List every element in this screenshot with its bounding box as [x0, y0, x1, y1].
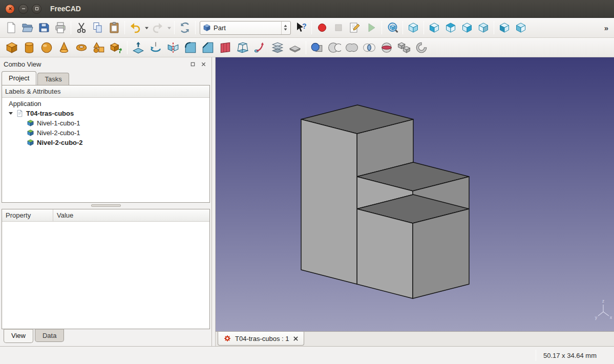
whats-this-icon: ?	[295, 22, 307, 34]
part-cross-sections-button[interactable]	[269, 39, 286, 56]
part-shapebuilder-icon	[110, 41, 123, 54]
part-ruled-surface-button[interactable]	[217, 39, 234, 56]
value-column-header[interactable]: Value	[53, 209, 209, 221]
float-icon	[190, 61, 196, 67]
copy-button[interactable]	[90, 19, 106, 36]
document-tab-bar: T04-tras-cubos : 1	[216, 331, 614, 346]
part-shapebuilder-button[interactable]	[108, 39, 125, 56]
part-torus-button[interactable]	[73, 39, 90, 56]
view-top-button[interactable]	[442, 19, 459, 36]
view-axonometric-button[interactable]	[405, 19, 421, 36]
panel-title: Combo View	[4, 60, 186, 68]
property-editor: Property Value	[2, 209, 210, 329]
part-box-button[interactable]	[3, 39, 20, 56]
workbench-cube-icon	[203, 24, 211, 32]
workbench-selector[interactable]: Part	[200, 21, 291, 35]
minimize-button[interactable]	[18, 4, 28, 14]
panel-splitter[interactable]	[0, 203, 211, 209]
part-primitives-icon	[92, 41, 105, 54]
view-front-button[interactable]	[426, 19, 442, 36]
maximize-button[interactable]	[32, 4, 41, 14]
3d-scene[interactable]: z y x	[216, 57, 614, 331]
part-revolve-button[interactable]	[147, 39, 164, 56]
part-loft-button[interactable]	[234, 39, 251, 56]
statusbar-separator	[536, 350, 536, 361]
close-panel-button[interactable]	[199, 60, 208, 69]
part-section-icon	[380, 41, 393, 54]
column-front-face[interactable]	[301, 119, 357, 284]
cut-icon	[75, 22, 88, 34]
part-sphere-button[interactable]	[38, 39, 55, 56]
macro-record-icon	[316, 22, 328, 34]
float-panel-button[interactable]	[188, 60, 197, 69]
new-document-button[interactable]	[3, 19, 19, 36]
close-tab-icon[interactable]	[293, 336, 299, 341]
tree-column-header[interactable]: Labels & Attributes	[2, 85, 209, 98]
lower-cube-front-face[interactable]	[357, 209, 413, 298]
part-chamfer-button[interactable]	[199, 39, 217, 56]
tab-tasks[interactable]: Tasks	[37, 73, 69, 85]
3d-scene-svg[interactable]: z y x	[216, 57, 614, 331]
property-editor-tabs: View Data	[0, 329, 211, 346]
redo-dropdown-button[interactable]	[166, 19, 172, 36]
expander-icon[interactable]	[9, 112, 13, 115]
view-rear-button[interactable]	[475, 19, 492, 36]
property-column-header[interactable]: Property	[2, 209, 53, 221]
tree-row[interactable]: T04-tras-cubos	[2, 109, 209, 118]
part-c-cut-button[interactable]	[326, 39, 343, 56]
part-mirror-button[interactable]	[164, 39, 182, 56]
open-button[interactable]	[19, 19, 36, 36]
part-fillet-button[interactable]	[182, 39, 199, 56]
redo-button[interactable]	[150, 19, 166, 36]
view-right-button[interactable]	[459, 19, 475, 36]
tab-data[interactable]: Data	[35, 329, 64, 342]
part-thickness-button[interactable]	[413, 39, 430, 56]
toolbar-overflow-button[interactable]: »	[602, 24, 611, 32]
lower-cube-right-face[interactable]	[413, 209, 469, 298]
save-button[interactable]	[36, 19, 52, 36]
paste-button[interactable]	[106, 19, 122, 36]
macro-record-button[interactable]	[314, 19, 330, 36]
document-tab[interactable]: T04-tras-cubos : 1	[218, 332, 304, 346]
part-extrude-button[interactable]	[130, 39, 147, 56]
undo-dropdown-button[interactable]	[143, 19, 150, 36]
part-section-button[interactable]	[378, 39, 395, 56]
part-cylinder-button[interactable]	[20, 39, 38, 56]
tree-row[interactable]: Application	[2, 99, 209, 109]
part-compound-button[interactable]	[395, 39, 413, 56]
combo-spin-buttons[interactable]	[281, 22, 289, 34]
view-left-button[interactable]	[513, 19, 529, 36]
part-sweep-icon	[253, 41, 267, 54]
part-feature-icon	[27, 119, 34, 127]
part-intersection-button[interactable]	[361, 39, 378, 56]
statusbar: 50.17 x 34.64 mm	[0, 346, 614, 364]
macro-stop-button[interactable]	[330, 19, 347, 36]
part-boolean-button[interactable]	[308, 39, 326, 56]
toolbar-separator	[127, 41, 128, 54]
part-primitives-button[interactable]	[90, 39, 108, 56]
splitter-grip-icon[interactable]	[91, 204, 121, 207]
close-button[interactable]	[5, 4, 15, 14]
view-bottom-button[interactable]	[496, 19, 513, 36]
main-splitter[interactable]	[212, 57, 216, 346]
undo-button[interactable]	[127, 19, 143, 36]
part-cone-button[interactable]	[55, 39, 73, 56]
fit-all-button[interactable]	[384, 19, 400, 36]
part-chamfer-icon	[201, 41, 215, 54]
tab-project[interactable]: Project	[2, 71, 36, 85]
whats-this-button[interactable]: ?	[293, 19, 309, 36]
tab-view[interactable]: View	[4, 329, 33, 343]
refresh-button[interactable]	[177, 19, 193, 36]
print-button[interactable]	[52, 19, 69, 36]
macro-edit-button[interactable]	[347, 19, 363, 36]
part-offset-button[interactable]	[286, 39, 304, 56]
toolbar-separator	[494, 21, 494, 34]
part-union-button[interactable]	[343, 39, 361, 56]
tree-row[interactable]: Nivel-2-cubo-1	[2, 128, 209, 138]
part-sweep-button[interactable]	[251, 39, 269, 56]
tree-row[interactable]: Nivel-1-cubo-1	[2, 118, 209, 128]
svg-text:?: ?	[302, 22, 307, 30]
cut-button[interactable]	[73, 19, 90, 36]
tree-row[interactable]: Nivel-2-cubo-2	[2, 138, 209, 147]
macro-execute-button[interactable]	[363, 19, 379, 36]
